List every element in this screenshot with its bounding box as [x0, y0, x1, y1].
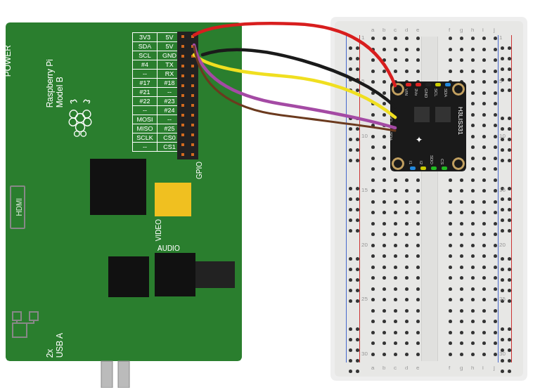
tie-point: [416, 70, 420, 73]
rail-tie-point: [508, 278, 511, 282]
svg-point-2: [83, 110, 91, 118]
tie-point: [394, 320, 397, 323]
tie-point: [494, 70, 497, 73]
rail-tie-point: [349, 208, 352, 211]
rail-tie-point: [501, 148, 504, 152]
tie-point: [449, 178, 452, 182]
rail-tie-point: [508, 218, 511, 222]
gpio-label: #21: [133, 88, 158, 97]
column-letter: b: [382, 365, 385, 371]
sensor-pad-cs: [442, 166, 447, 170]
tie-point: [416, 233, 420, 236]
pin-silk: 3Vo: [414, 89, 418, 96]
gpio-pin: [181, 45, 184, 48]
tie-point: [494, 102, 497, 105]
rail-tie-point: [508, 370, 511, 373]
rail-tie-point: [501, 67, 504, 71]
column-letter: i: [482, 27, 484, 33]
tie-point: [449, 331, 452, 334]
tie-point: [460, 48, 463, 51]
tie-point: [471, 58, 475, 62]
tie-point: [482, 233, 486, 236]
tie-point: [405, 254, 409, 258]
tie-point: [405, 233, 409, 236]
rail-tie-point: [501, 89, 504, 92]
tie-point: [371, 331, 375, 334]
tie-point: [471, 80, 475, 84]
rail-tie-point: [508, 257, 511, 261]
tie-point: [416, 58, 420, 62]
gpio-pin: [191, 45, 194, 48]
rail-tie-point: [508, 46, 511, 50]
gpio-pin: [181, 133, 184, 136]
rail-tie-point: [356, 138, 359, 141]
rail-tie-point: [508, 327, 511, 331]
audio-jack: [195, 261, 235, 288]
rail-tie-point: [349, 257, 352, 261]
tie-point: [416, 189, 420, 192]
tie-point: [482, 353, 486, 356]
mounting-hole-icon: [392, 157, 404, 170]
tie-point: [416, 353, 420, 356]
tie-point: [371, 189, 375, 192]
sensor-pad-sdo: [431, 166, 437, 170]
rail-tie-point: [349, 67, 352, 71]
gpio-label: 3V3: [133, 33, 158, 42]
tie-point: [394, 309, 397, 313]
rail-tie-point: [501, 359, 504, 362]
tie-point: [482, 135, 486, 138]
pin-silk: I2: [419, 161, 423, 164]
gpio-label: --: [133, 70, 158, 79]
rail-tie-point: [349, 159, 352, 162]
gpio-pin-block: [177, 32, 198, 159]
tie-point: [494, 341, 497, 345]
column-letter: f: [449, 27, 450, 33]
tie-point: [382, 222, 386, 226]
gpio-caption: GPIO: [195, 162, 203, 179]
gpio-pinout-table: 3V35VSDA5VSCLGND#4TX--RX#17#18#21--#22#2…: [132, 32, 182, 152]
row-number: 10: [361, 133, 368, 139]
rail-tie-point: [501, 57, 504, 60]
tie-point: [494, 320, 497, 323]
rail-tie-point: [508, 289, 511, 292]
tie-point: [471, 102, 475, 105]
tie-point: [471, 298, 475, 301]
tie-point: [482, 222, 486, 226]
tie-point: [371, 233, 375, 236]
tie-point: [382, 124, 386, 127]
column-letter: e: [416, 27, 419, 33]
tie-point: [382, 37, 386, 40]
tie-point: [371, 135, 375, 138]
tie-point: [382, 244, 386, 247]
rail-tie-point: [501, 338, 504, 341]
tie-point: [382, 309, 386, 313]
tie-point: [382, 320, 386, 323]
pin-silk: SDA: [444, 89, 448, 97]
tie-point: [449, 309, 452, 313]
tie-point: [405, 353, 409, 356]
tie-point: [494, 135, 497, 138]
tie-point: [471, 222, 475, 226]
rail-tie-point: [356, 338, 359, 341]
tie-point: [482, 211, 486, 214]
tie-point: [382, 113, 386, 117]
rail-tie-point: [356, 218, 359, 222]
svg-point-6: [75, 131, 79, 136]
tie-point: [482, 91, 486, 95]
rail-tie-point: [349, 197, 352, 201]
gpio-pin: [191, 124, 194, 126]
raspberry-logo-icon: [63, 98, 97, 138]
rail-tie-point: [508, 268, 511, 271]
tie-point: [471, 254, 475, 258]
tie-point: [416, 287, 420, 291]
gpio-label: SDA: [133, 42, 158, 51]
gpio-pin: [181, 84, 184, 87]
column-letter: h: [471, 365, 474, 371]
svg-rect-10: [30, 312, 38, 320]
row-number: 20: [499, 242, 506, 248]
tie-point: [482, 331, 486, 334]
tie-point: [494, 124, 497, 127]
tie-point: [471, 70, 475, 73]
tie-point: [482, 157, 486, 160]
tie-point: [416, 222, 420, 226]
